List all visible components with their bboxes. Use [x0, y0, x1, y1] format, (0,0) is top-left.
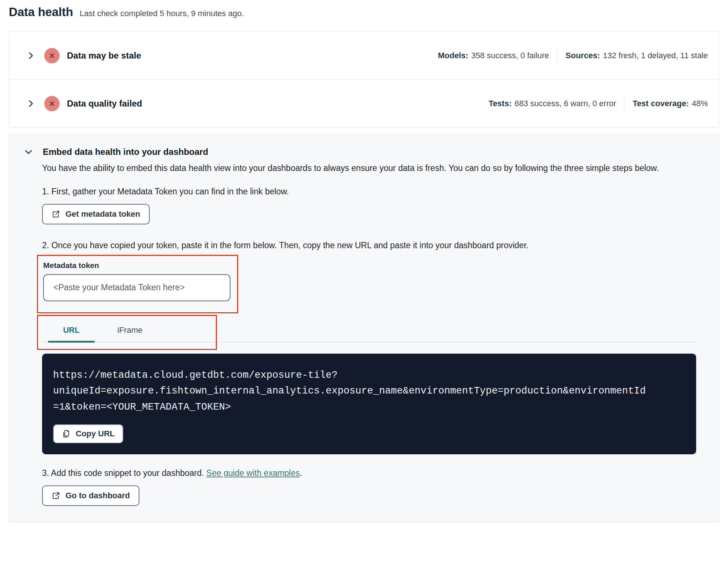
status-row-stale[interactable]: Data may be stale Models:358 success, 0 …: [9, 32, 719, 79]
tabs-row: URL iFrame: [42, 318, 696, 343]
status-row-stale-left: Data may be stale: [26, 48, 141, 63]
chevron-right-icon[interactable]: [26, 99, 35, 108]
models-stat-value: 358 success, 0 failure: [471, 51, 549, 60]
get-metadata-token-label: Get metadata token: [65, 209, 140, 219]
external-link-icon: [52, 210, 60, 219]
x-circle-icon: [44, 48, 60, 63]
x-circle-icon: [44, 96, 60, 111]
metadata-token-input[interactable]: [43, 274, 230, 301]
tests-stat-label: Tests:: [489, 99, 512, 108]
coverage-stat-label: Test coverage:: [633, 99, 689, 108]
chevron-down-icon[interactable]: [24, 147, 33, 157]
status-row-quality[interactable]: Data quality failed Tests:683 success, 6…: [9, 79, 719, 127]
output-format-tabs: URL iFrame: [42, 318, 696, 343]
step-3-prefix: 3. Add this code snippet to your dashboa…: [42, 468, 206, 478]
tab-url[interactable]: URL: [42, 318, 101, 342]
embed-panel-title: Embed data health into your dashboard: [43, 147, 208, 157]
copy-url-button[interactable]: Copy URL: [53, 424, 123, 443]
tab-url-label: URL: [63, 325, 79, 335]
copy-url-label: Copy URL: [76, 429, 115, 439]
annotation-box-token: Metadata token: [37, 255, 238, 313]
step-2-text: 2. Once you have copied your token, past…: [42, 241, 696, 250]
embed-url-code-block: https://metadata.cloud.getdbt.com/exposu…: [42, 354, 696, 454]
stat-divider: [557, 49, 558, 62]
external-link-icon: [52, 491, 60, 500]
guide-link[interactable]: See guide with examples: [206, 468, 300, 478]
get-metadata-token-button[interactable]: Get metadata token: [42, 204, 150, 224]
status-row-stats: Models:358 success, 0 failure Sources:13…: [438, 49, 708, 62]
page-header: Data health Last check completed 5 hours…: [9, 5, 719, 19]
embed-description: You have the ability to embed this data …: [42, 162, 696, 174]
embed-panel-header[interactable]: Embed data health into your dashboard: [9, 134, 719, 157]
embed-panel: Embed data health into your dashboard Yo…: [9, 134, 719, 522]
sources-stat-value: 132 fresh, 1 delayed, 11 stale: [603, 51, 708, 60]
step-1-text: 1. First, gather your Metadata Token you…: [42, 187, 696, 197]
go-to-dashboard-label: Go to dashboard: [65, 491, 130, 500]
page-title: Data health: [9, 5, 73, 19]
step-3-text: 3. Add this code snippet to your dashboa…: [42, 468, 696, 478]
sources-stat: Sources:132 fresh, 1 delayed, 11 stale: [566, 51, 708, 60]
status-row-title: Data may be stale: [67, 51, 141, 61]
models-stat: Models:358 success, 0 failure: [438, 51, 549, 60]
embed-panel-content: You have the ability to embed this data …: [9, 162, 719, 522]
stat-divider: [624, 97, 624, 110]
tab-iframe[interactable]: iFrame: [101, 318, 159, 342]
status-row-quality-left: Data quality failed: [26, 96, 142, 111]
copy-icon: [62, 429, 71, 438]
sources-stat-label: Sources:: [566, 51, 600, 60]
go-to-dashboard-button[interactable]: Go to dashboard: [42, 485, 139, 506]
coverage-stat: Test coverage:48%: [633, 99, 708, 108]
data-health-page: Data health Last check completed 5 hours…: [0, 0, 728, 533]
status-cards: Data may be stale Models:358 success, 0 …: [9, 31, 719, 127]
status-row-title: Data quality failed: [67, 98, 142, 109]
models-stat-label: Models:: [438, 51, 468, 60]
coverage-stat-value: 48%: [692, 99, 708, 108]
tests-stat: Tests:683 success, 6 warn, 0 error: [489, 99, 616, 108]
step-3-suffix: .: [300, 468, 302, 478]
tab-iframe-label: iFrame: [117, 325, 142, 335]
embed-url-line: uniqueId=exposure.fishtown_internal_anal…: [53, 383, 682, 399]
chevron-right-icon[interactable]: [26, 51, 35, 60]
metadata-token-label: Metadata token: [43, 261, 230, 270]
last-check-status: Last check completed 5 hours, 9 minutes …: [80, 9, 244, 18]
tests-stat-value: 683 success, 6 warn, 0 error: [515, 99, 616, 108]
embed-url-line: https://metadata.cloud.getdbt.com/exposu…: [53, 368, 682, 384]
embed-url-line: =1&token=<YOUR_METADATA_TOKEN>: [53, 399, 682, 415]
status-row-stats: Tests:683 success, 6 warn, 0 error Test …: [489, 97, 708, 110]
